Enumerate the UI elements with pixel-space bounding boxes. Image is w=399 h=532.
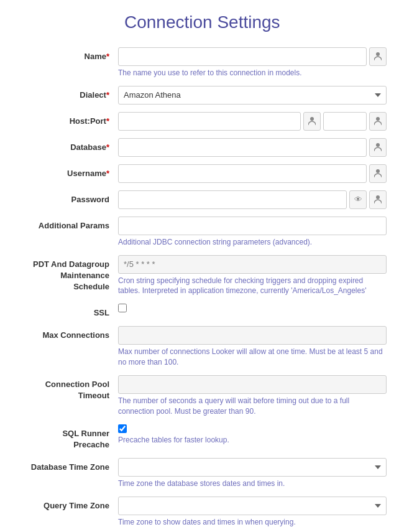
password-person-btn[interactable] xyxy=(369,190,387,209)
pdt-hint: Cron string specifying schedule for chec… xyxy=(118,276,387,297)
password-person-icon xyxy=(374,195,382,204)
query-timezone-select[interactable] xyxy=(118,497,387,515)
dialect-select[interactable]: Amazon Athena xyxy=(118,86,387,105)
svg-rect-1 xyxy=(310,117,314,121)
pdt-row: PDT And Datagroup Maintenance Schedule C… xyxy=(12,255,387,297)
max-connections-label: Max Connections xyxy=(12,326,118,341)
ssl-label: SSL xyxy=(12,304,118,319)
sql-runner-checkbox[interactable] xyxy=(118,424,127,433)
username-input[interactable] xyxy=(118,164,367,183)
port-input[interactable]: 443 xyxy=(323,112,367,131)
db-timezone-control: Time zone the database stores dates and … xyxy=(118,458,387,489)
username-control xyxy=(118,164,387,183)
additional-params-input[interactable] xyxy=(118,217,387,235)
database-label: Database* xyxy=(12,138,118,153)
db-timezone-label: Database Time Zone xyxy=(12,458,118,473)
connection-pool-label: Connection Pool Timeout xyxy=(12,375,118,401)
max-connections-control: 5 Max number of connections Looker will … xyxy=(118,326,387,368)
svg-rect-0 xyxy=(376,52,380,56)
query-timezone-label: Query Time Zone xyxy=(12,497,118,511)
name-icon-btn[interactable] xyxy=(369,47,387,66)
svg-rect-3 xyxy=(376,143,380,147)
dialect-row: Dialect* Amazon Athena xyxy=(12,86,387,105)
username-person-icon xyxy=(374,169,382,178)
ssl-control xyxy=(118,304,387,312)
database-input[interactable] xyxy=(118,138,367,157)
host-port-label: Host:Port* xyxy=(12,112,118,127)
query-timezone-hint: Time zone to show dates and times in whe… xyxy=(118,517,387,528)
max-connections-row: Max Connections 5 Max number of connecti… xyxy=(12,326,387,368)
host-port-row: Host:Port* 443 xyxy=(12,112,387,131)
sql-runner-control: Precache tables for faster lookup. xyxy=(118,424,387,446)
query-timezone-control: Time zone to show dates and times in whe… xyxy=(118,497,387,528)
name-hint: The name you use to refer to this connec… xyxy=(118,68,387,78)
additional-params-hint: Additional JDBC connection string parame… xyxy=(118,237,387,248)
host-port-control: 443 xyxy=(118,112,387,131)
page-container: Connection Settings Name* The name you u… xyxy=(0,0,399,532)
sql-runner-row: SQL Runner Precache Precache tables for … xyxy=(12,424,387,450)
connection-pool-input[interactable]: 120 xyxy=(118,375,387,394)
max-connections-hint: Max number of connections Looker will al… xyxy=(118,347,387,368)
dialect-label: Dialect* xyxy=(12,86,118,101)
host-icon-btn[interactable] xyxy=(303,112,321,131)
name-row: Name* The name you use to refer to this … xyxy=(12,47,387,78)
username-label: Username* xyxy=(12,164,118,179)
pdt-label: PDT And Datagroup Maintenance Schedule xyxy=(12,255,118,293)
username-row: Username* xyxy=(12,164,387,183)
query-timezone-row: Query Time Zone Time zone to show dates … xyxy=(12,497,387,528)
db-timezone-select[interactable] xyxy=(118,458,387,477)
pdt-input[interactable] xyxy=(118,255,387,274)
port-person-icon xyxy=(374,117,382,126)
database-person-icon xyxy=(374,143,382,152)
dialect-control: Amazon Athena xyxy=(118,86,387,105)
username-icon-btn[interactable] xyxy=(369,164,387,183)
svg-rect-2 xyxy=(376,117,380,121)
password-row: Password 👁 xyxy=(12,190,387,209)
password-control: 👁 xyxy=(118,190,387,209)
port-icon-btn[interactable] xyxy=(369,112,387,131)
connection-pool-control: 120 The number of seconds a query will w… xyxy=(118,375,387,417)
name-control: The name you use to refer to this connec… xyxy=(118,47,387,78)
page-title: Connection Settings xyxy=(12,12,387,32)
database-icon-btn[interactable] xyxy=(369,138,387,157)
db-timezone-row: Database Time Zone Time zone the databas… xyxy=(12,458,387,489)
database-control xyxy=(118,138,387,157)
person-icon xyxy=(374,52,382,61)
host-input[interactable] xyxy=(118,112,301,131)
sql-runner-label: SQL Runner Precache xyxy=(12,424,118,450)
host-person-icon xyxy=(308,117,316,126)
svg-rect-4 xyxy=(376,169,380,173)
svg-rect-5 xyxy=(376,195,380,199)
additional-params-row: Additional Params Additional JDBC connec… xyxy=(12,217,387,248)
db-timezone-hint: Time zone the database stores dates and … xyxy=(118,478,387,489)
password-label: Password xyxy=(12,190,118,205)
password-input[interactable] xyxy=(118,190,347,209)
database-row: Database* xyxy=(12,138,387,157)
name-label: Name* xyxy=(12,47,118,62)
pdt-control: Cron string specifying schedule for chec… xyxy=(118,255,387,297)
additional-params-control: Additional JDBC connection string parame… xyxy=(118,217,387,248)
sql-runner-hint: Precache tables for faster lookup. xyxy=(118,435,387,446)
ssl-checkbox[interactable] xyxy=(118,304,127,312)
connection-pool-hint: The number of seconds a query will wait … xyxy=(118,396,387,417)
max-connections-input[interactable]: 5 xyxy=(118,326,387,345)
ssl-row: SSL xyxy=(12,304,387,319)
password-eye-btn[interactable]: 👁 xyxy=(349,190,367,209)
additional-params-label: Additional Params xyxy=(12,217,118,231)
connection-pool-row: Connection Pool Timeout 120 The number o… xyxy=(12,375,387,417)
name-input[interactable] xyxy=(118,47,367,66)
